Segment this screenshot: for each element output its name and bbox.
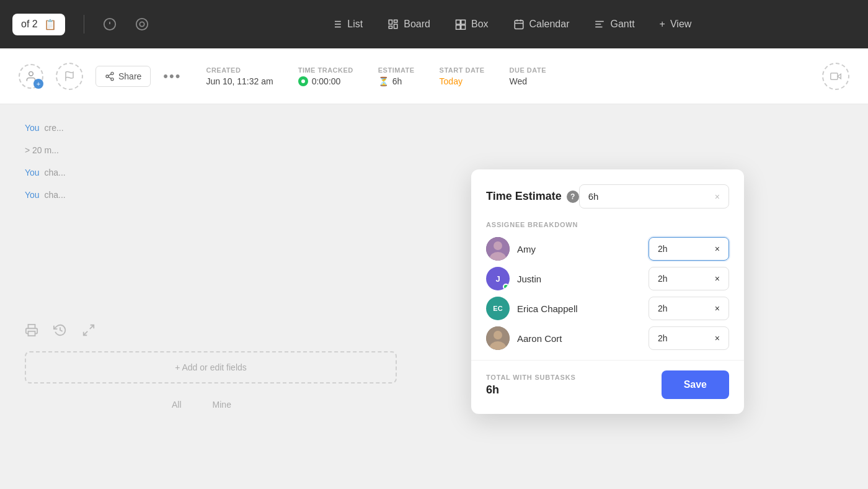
tab-all[interactable]: All <box>172 395 182 415</box>
page-indicator-text: of 2 <box>21 19 38 30</box>
activity-text: cha... <box>42 168 66 177</box>
time-estimate-popup: Time Estimate ? 6h × ASSIGNEE BREAKDOWN … <box>471 169 744 414</box>
toolbar-meta: CREATED Jun 10, 11:32 am TIME TRACKED 0:… <box>206 66 546 86</box>
total-section: TOTAL WITH SUBTASKS 6h <box>486 374 576 397</box>
nav-item-list-label: List <box>347 19 363 30</box>
clear-justin[interactable]: × <box>715 274 720 284</box>
activity-you: You <box>25 168 40 177</box>
activity-you: You <box>25 190 40 200</box>
assignee-row-aaron: Aaron Cort 2h × <box>486 326 729 350</box>
svg-rect-34 <box>831 73 838 79</box>
activity-text: cha... <box>42 190 66 200</box>
assignee-row-amy: Amy 2h × <box>486 237 729 261</box>
popup-header: Time Estimate ? 6h × <box>486 184 729 209</box>
expand-button[interactable] <box>82 323 95 340</box>
page-doc-icon: 📋 <box>44 19 56 30</box>
popup-title: Time Estimate ? <box>486 190 579 203</box>
svg-line-32 <box>108 74 112 76</box>
time-input-justin[interactable]: 2h × <box>649 267 729 290</box>
nav-item-calendar[interactable]: Calendar <box>503 14 580 35</box>
time-tracked-dot <box>298 76 308 86</box>
time-tracked-value: 0:00:00 <box>298 76 353 86</box>
start-date-label: START DATE <box>440 66 485 74</box>
main-time-input[interactable]: 6h × <box>579 184 729 209</box>
due-date-value: Wed <box>510 76 546 86</box>
nav-item-box[interactable]: Box <box>445 14 498 35</box>
clear-erica[interactable]: × <box>715 303 720 313</box>
time-tracked-label: TIME TRACKED <box>298 66 353 74</box>
nav-item-add-view[interactable]: + View <box>650 14 702 35</box>
online-indicator-justin <box>503 284 509 290</box>
nav-item-calendar-label: Calendar <box>529 19 570 30</box>
nav-icon-pin[interactable] <box>103 17 117 31</box>
meta-estimate[interactable]: ESTIMATE ⏳ 6h <box>378 66 415 86</box>
nav-item-board-label: Board <box>404 19 430 30</box>
activity-item: You cre... <box>25 123 843 133</box>
assignee-name-justin: Justin <box>517 274 641 284</box>
total-row: TOTAL WITH SUBTASKS 6h Save <box>486 370 729 399</box>
meta-due-date[interactable]: DUE DATE Wed <box>510 66 546 86</box>
clear-amy[interactable]: × <box>715 244 720 254</box>
time-input-erica[interactable]: 2h × <box>649 297 729 320</box>
time-input-aaron[interactable]: 2h × <box>649 326 729 350</box>
created-label: CREATED <box>206 66 273 74</box>
clear-aaron[interactable]: × <box>715 333 720 343</box>
assignee-avatar-add[interactable]: + <box>19 64 43 89</box>
share-button[interactable]: Share <box>95 66 151 87</box>
add-edit-fields-button[interactable]: + Add or edit fields <box>25 351 397 384</box>
svg-point-40 <box>494 331 502 339</box>
meta-created: CREATED Jun 10, 11:32 am <box>206 66 273 86</box>
activity-text: > 20 m... <box>25 145 59 155</box>
nav-divider <box>84 15 84 34</box>
nav-item-gantt[interactable]: Gantt <box>584 14 644 35</box>
svg-rect-15 <box>456 20 460 24</box>
popup-divider <box>471 360 744 361</box>
avatar-justin: J <box>486 267 510 290</box>
share-label: Share <box>118 71 141 81</box>
nav-item-box-label: Box <box>471 19 489 30</box>
meta-time-tracked[interactable]: TIME TRACKED 0:00:00 <box>298 66 353 86</box>
main-time-clear[interactable]: × <box>715 192 720 202</box>
assignee-row-justin: J Justin 2h × <box>486 267 729 290</box>
created-value: Jun 10, 11:32 am <box>206 76 273 86</box>
due-date-label: DUE DATE <box>510 66 546 74</box>
avatar-plus-badge: + <box>33 79 43 89</box>
page-indicator[interactable]: of 2 📋 <box>12 14 65 35</box>
svg-point-28 <box>111 72 113 74</box>
svg-rect-16 <box>461 20 466 24</box>
activity-item: > 20 m... <box>25 145 843 155</box>
svg-point-3 <box>136 19 148 30</box>
video-button[interactable] <box>822 63 849 90</box>
total-value: 6h <box>486 384 576 397</box>
nav-item-list[interactable]: List <box>321 14 373 35</box>
assignee-breakdown-label: ASSIGNEE BREAKDOWN <box>486 221 729 228</box>
svg-rect-17 <box>456 25 460 30</box>
assignee-name-aaron: Aaron Cort <box>517 333 641 344</box>
top-navigation: of 2 📋 List Board Box Calendar Gantt + <box>0 0 868 48</box>
nav-item-view-label: View <box>670 19 691 30</box>
svg-point-29 <box>106 75 108 78</box>
assignee-row-erica: EC Erica Chappell 2h × <box>486 297 729 320</box>
nav-icon-target[interactable] <box>135 17 149 31</box>
help-icon[interactable]: ? <box>567 191 579 203</box>
bottom-tabs: All Mine <box>0 395 403 415</box>
svg-line-31 <box>108 77 112 79</box>
more-button[interactable]: ••• <box>163 68 181 84</box>
tab-mine[interactable]: Mine <box>213 395 231 415</box>
activity-text: cre... <box>42 123 64 133</box>
meta-start-date[interactable]: START DATE Today <box>440 66 485 86</box>
nav-item-board[interactable]: Board <box>378 14 440 35</box>
bottom-action-icons <box>25 323 95 340</box>
hourglass-icon: ⏳ <box>378 76 389 86</box>
avatar-aaron <box>486 326 510 350</box>
flag-button[interactable] <box>56 63 83 90</box>
svg-rect-12 <box>394 20 397 22</box>
toolbar: + Share ••• CREATED Jun 10, 11:32 am TIM… <box>0 48 868 104</box>
assignee-name-erica: Erica Chappell <box>517 303 641 314</box>
save-button[interactable]: Save <box>662 370 729 399</box>
svg-rect-19 <box>515 20 523 29</box>
history-button[interactable] <box>53 323 67 340</box>
time-input-amy[interactable]: 2h × <box>649 237 729 261</box>
svg-marker-33 <box>838 74 841 79</box>
print-button[interactable] <box>25 323 38 340</box>
